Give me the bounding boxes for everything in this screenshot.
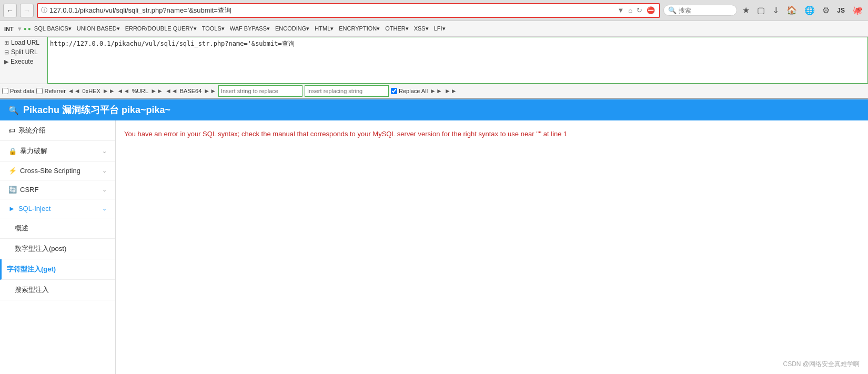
post-data-checkbox[interactable]: Post data	[2, 88, 34, 94]
base64-label: BASE64	[180, 88, 202, 94]
url-encode-label: %URL	[132, 88, 148, 94]
search-input[interactable]	[679, 7, 732, 14]
insert-replacing-string-input[interactable]	[305, 85, 389, 97]
lfi-menu[interactable]: LFI▾	[432, 24, 448, 33]
sidebar-overview-label: 概述	[15, 224, 28, 233]
sidebar-item-xss[interactable]: ⚡ Cross-Site Scripting ⌄	[0, 161, 115, 180]
load-url-label: Load URL	[11, 39, 39, 46]
lock-icon: 🔒	[8, 147, 17, 155]
chevron-down-icon-4: ⌄	[102, 205, 107, 212]
0xhex-button[interactable]: 0xHEX	[83, 88, 100, 94]
encryption-menu[interactable]: ENCRYPTION▾	[337, 24, 382, 33]
refresh-icon[interactable]: ↻	[635, 5, 643, 15]
chevron-down-icon-2: ⌄	[102, 167, 107, 174]
extension-icon[interactable]: 🐙	[850, 4, 865, 16]
sidebar-csrf-label: CSRF	[20, 186, 38, 194]
bookmark-icon[interactable]: ★	[740, 4, 752, 16]
hackbar-bottom-bar: Post data Referrer ◄◄ 0xHEX ►► ◄◄ %URL ►…	[0, 84, 868, 99]
split-url-button[interactable]: ⊟ Split URL	[0, 47, 47, 57]
settings-icon[interactable]: ⚙	[820, 4, 832, 16]
search-header-icon: 🔍	[8, 105, 19, 115]
right-arrow-replace-2: ►►	[445, 87, 457, 95]
hackbar-url-area: ⊞ Load URL ⊟ Split URL ▶ Execute http://…	[0, 37, 868, 84]
execute-icon: ▶	[4, 58, 8, 65]
encoding-menu[interactable]: ENCODING▾	[273, 24, 311, 33]
house-icon[interactable]: 🏠	[784, 4, 799, 16]
sidebar-item-sqlinject[interactable]: ► SQL-Inject ⌄	[0, 199, 115, 218]
sidebar-submenu-numeric-post[interactable]: 数字型注入(post)	[0, 239, 115, 259]
home-icon[interactable]: ⌂	[627, 5, 633, 15]
js-label: JS	[835, 6, 847, 15]
page-header: 🔍 Pikachu 漏洞练习平台 pika~pika~	[0, 99, 868, 120]
hackbar-url-textarea[interactable]: http://127.0.0.1/pikachu/vul/sqli/sqli_s…	[47, 37, 868, 84]
sidebar-submenu-overview[interactable]: 概述	[0, 218, 115, 239]
sidebar-sqlinject-label: SQL-Inject	[18, 205, 51, 213]
other-menu[interactable]: OTHER▾	[383, 24, 411, 33]
right-arrow-1: ►►	[103, 87, 115, 95]
hackbar-left-actions: ⊞ Load URL ⊟ Split URL ▶ Execute	[0, 37, 47, 84]
green-dot1: ●	[24, 26, 27, 32]
info-icon: ⓘ	[41, 6, 47, 15]
dropdown-arrow-icon[interactable]: ▼	[617, 5, 625, 15]
execute-label: Execute	[11, 58, 33, 65]
error-double-menu[interactable]: ERROR/DOUBLE QUERY▾	[123, 24, 199, 33]
load-url-icon: ⊞	[4, 39, 9, 46]
referrer-checkbox[interactable]: Referrer	[36, 88, 65, 94]
chevron-down-icon-1: ⌄	[102, 148, 107, 155]
error-message: You have an error in your SQL syntax; ch…	[124, 129, 860, 139]
left-arrow-1: ◄◄	[68, 87, 80, 95]
reading-icon[interactable]: ▢	[755, 4, 767, 16]
download-icon[interactable]: ⇓	[770, 4, 781, 16]
base64-button[interactable]: BASE64	[180, 88, 202, 94]
waf-bypass-menu[interactable]: WAF BYPASS▾	[228, 24, 272, 33]
sidebar-stringget-label: 字符型注入(get)	[7, 265, 56, 274]
sidebar-searchinject-label: 搜索型注入	[15, 285, 49, 295]
union-based-menu[interactable]: UNION BASED▾	[75, 24, 122, 33]
replace-all-label: Replace All	[399, 88, 428, 94]
replace-all-checkbox[interactable]: Replace All	[391, 88, 428, 94]
replace-all-check-input[interactable]	[391, 88, 397, 94]
sep1: ▾	[17, 25, 23, 33]
globe-icon[interactable]: 🌐	[802, 4, 817, 16]
sidebar: 🏷 系统介绍 🔒 暴力破解 ⌄ ⚡ Cross-Site Scripting ⌄	[0, 120, 116, 374]
back-button[interactable]: ←	[3, 4, 17, 17]
tools-menu[interactable]: TOOLS▾	[200, 24, 227, 33]
stop-icon[interactable]: ⛔	[645, 5, 656, 15]
load-url-button[interactable]: ⊞ Load URL	[0, 38, 47, 47]
referrer-check-input[interactable]	[36, 88, 43, 94]
footer-watermark: CSDN @网络安全真难学啊	[783, 360, 860, 369]
browser-nav: ← → ⓘ ▼ ⌂ ↻ ⛔ 🔍 ★ ▢ ⇓ 🏠 🌐 ⚙ JS 🐙	[0, 0, 868, 21]
execute-button[interactable]: ▶ Execute	[0, 57, 47, 66]
right-arrow-replace: ►►	[430, 87, 442, 95]
html-menu[interactable]: HTML▾	[312, 24, 336, 33]
forward-button[interactable]: →	[20, 4, 34, 17]
arrow-right-icon: ►	[8, 205, 15, 213]
sidebar-intro-label: 系统介绍	[18, 126, 46, 135]
split-url-label: Split URL	[11, 48, 38, 56]
sidebar-bruteforce-label: 暴力破解	[20, 146, 47, 156]
sidebar-item-bruteforce[interactable]: 🔒 暴力破解 ⌄	[0, 141, 115, 161]
left-arrow-3: ◄◄	[165, 87, 178, 95]
sql-basics-menu[interactable]: SQL BASICS▾	[32, 24, 74, 33]
left-arrow-2: ◄◄	[117, 87, 130, 95]
0xhex-label: 0xHEX	[83, 88, 100, 94]
content-area: You have an error in your SQL syntax; ch…	[116, 120, 868, 374]
sidebar-item-intro[interactable]: 🏷 系统介绍	[0, 120, 115, 141]
search-box: 🔍	[663, 5, 737, 16]
post-data-check-input[interactable]	[2, 88, 8, 94]
referrer-label: Referrer	[44, 88, 65, 94]
post-data-label: Post data	[10, 88, 34, 94]
int-label[interactable]: INT	[2, 25, 16, 33]
nav-right-icons: ★ ▢ ⇓ 🏠 🌐 ⚙ JS 🐙	[740, 4, 865, 16]
csrf-icon: 🔄	[8, 186, 17, 194]
sidebar-item-csrf[interactable]: 🔄 CSRF ⌄	[0, 180, 115, 199]
sidebar-submenu-search-inject[interactable]: 搜索型注入	[0, 280, 115, 300]
hackbar-toolbar: INT ▾ ● ● SQL BASICS▾ UNION BASED▾ ERROR…	[0, 21, 868, 37]
xss-menu[interactable]: XSS▾	[412, 24, 431, 33]
xss-icon: ⚡	[8, 167, 17, 175]
address-bar-input[interactable]	[49, 6, 617, 14]
url-encode-button[interactable]: %URL	[132, 88, 148, 94]
tag-icon: 🏷	[8, 127, 15, 135]
sidebar-submenu-string-get[interactable]: 字符型注入(get)	[0, 259, 115, 280]
insert-string-to-replace-input[interactable]	[218, 85, 302, 97]
